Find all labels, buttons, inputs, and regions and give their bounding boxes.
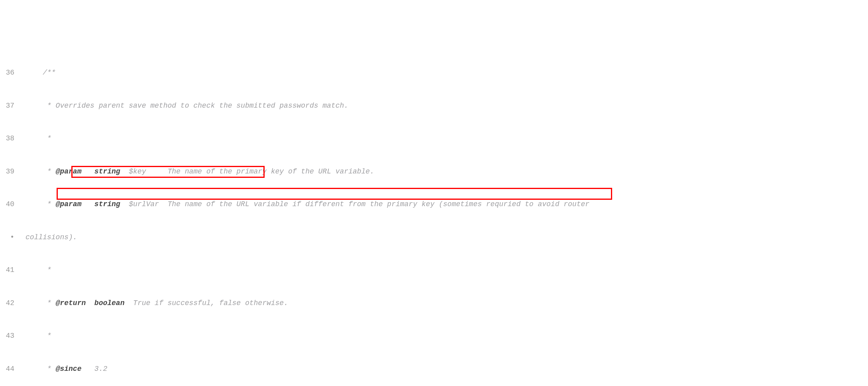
line-number: 43 bbox=[0, 331, 14, 342]
line-number: 36 bbox=[0, 67, 14, 79]
code-line: * Overrides parent save method to check … bbox=[26, 100, 868, 112]
line-number: • bbox=[0, 232, 14, 243]
code-editor[interactable]: 36 37 38 39 40 • 41 42 43 44 45 46 47 48… bbox=[0, 44, 868, 386]
code-line: * @param string $key The name of the pri… bbox=[26, 166, 868, 177]
code-line: /** bbox=[26, 67, 868, 79]
line-number: 38 bbox=[0, 133, 14, 144]
code-area[interactable]: /** * Overrides parent save method to ch… bbox=[26, 45, 868, 386]
line-number: 44 bbox=[0, 364, 14, 375]
code-line: * @since 3.2 bbox=[26, 364, 868, 375]
line-number: 41 bbox=[0, 265, 14, 276]
line-number-gutter: 36 37 38 39 40 • 41 42 43 44 45 46 47 48… bbox=[0, 45, 26, 386]
line-number: 42 bbox=[0, 298, 14, 309]
code-line: * @return boolean True if successful, fa… bbox=[26, 298, 868, 309]
line-number: 37 bbox=[0, 100, 14, 112]
code-line: * @param string $urlVar The name of the … bbox=[26, 199, 868, 210]
line-number: 40 bbox=[0, 199, 14, 210]
code-line: collisions). bbox=[26, 232, 868, 243]
highlight-box bbox=[57, 188, 612, 200]
code-line: * bbox=[26, 133, 868, 144]
code-line: * bbox=[26, 331, 868, 342]
code-line: * bbox=[26, 265, 868, 276]
line-number: 39 bbox=[0, 166, 14, 177]
